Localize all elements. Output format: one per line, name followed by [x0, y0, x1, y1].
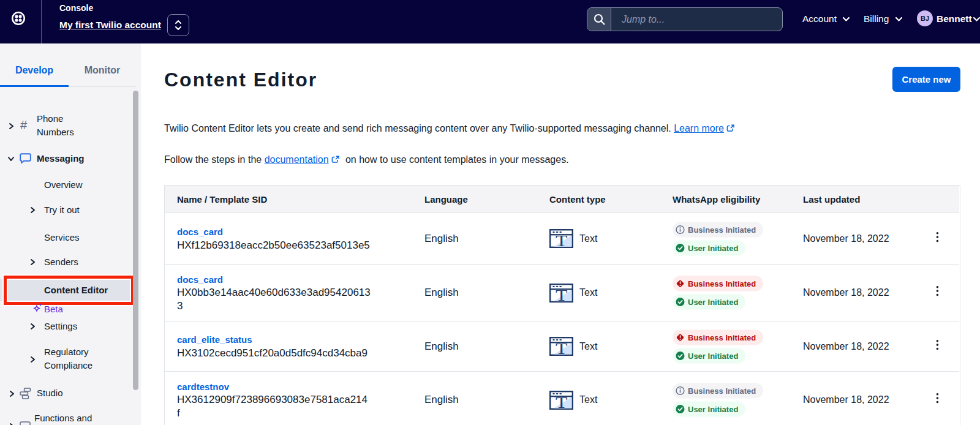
svg-text:T: T [556, 287, 567, 302]
svg-text:T: T [556, 340, 567, 356]
svg-text:T: T [556, 394, 567, 409]
svg-text:T: T [556, 233, 567, 248]
